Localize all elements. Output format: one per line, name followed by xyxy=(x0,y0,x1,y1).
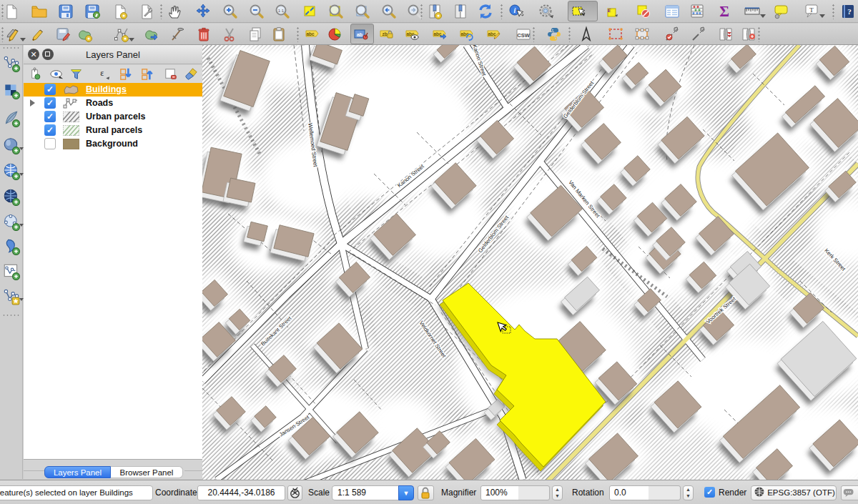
svg-text:ε: ε xyxy=(100,69,104,77)
svg-text:i: i xyxy=(514,6,516,14)
svg-text:abc: abc xyxy=(306,31,315,36)
svg-text:CSW: CSW xyxy=(517,32,530,39)
svg-text:zb: zb xyxy=(382,31,387,36)
svg-text:1:1: 1:1 xyxy=(278,9,285,13)
svg-text:T: T xyxy=(809,6,814,14)
svg-text:?: ? xyxy=(847,7,852,16)
svg-text:abc: abc xyxy=(488,31,496,36)
svg-text:Σ: Σ xyxy=(719,3,729,20)
svg-text:ε: ε xyxy=(608,5,611,14)
svg-text:ab: ab xyxy=(357,32,363,37)
